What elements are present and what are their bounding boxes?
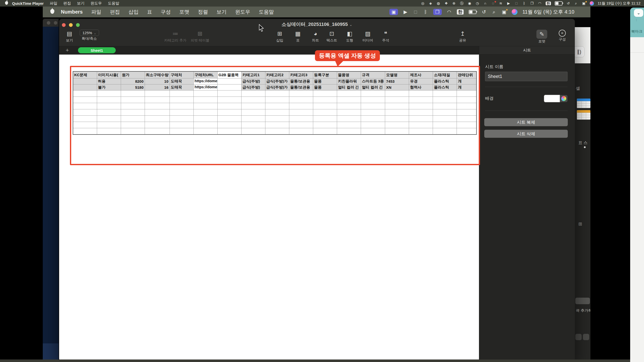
cell[interactable] [457, 122, 476, 128]
siri-icon[interactable] [590, 1, 594, 6]
bluetooth-icon[interactable]: ᛒ [423, 10, 428, 14]
cell[interactable] [313, 128, 337, 135]
cell[interactable] [97, 116, 121, 122]
cell[interactable]: 급식(주방)가 [265, 84, 289, 90]
outer-app-menu[interactable]: QuickTime Player [12, 1, 44, 6]
cell[interactable] [241, 128, 265, 135]
cell[interactable] [409, 122, 433, 128]
cell[interactable] [361, 109, 385, 116]
cell[interactable]: 급식(주방) [241, 78, 265, 84]
camera-sync-icon[interactable]: ⊛ [452, 2, 456, 5]
outer-menubar-clock[interactable]: 11월 19일 (수) 오후 11:12 [598, 1, 640, 6]
cell[interactable] [121, 109, 145, 116]
spotlight-icon[interactable]: ⌕ [574, 2, 578, 5]
cell[interactable]: 도매꾹 [170, 84, 193, 90]
cell[interactable] [313, 116, 337, 122]
dashed-frame-icon[interactable]: □ [514, 2, 518, 5]
clock-app-icon[interactable]: ◷ [475, 2, 479, 5]
header-cell[interactable]: 구매처URL [193, 71, 217, 78]
control-center-icon[interactable]: ▣ [582, 2, 586, 5]
cell[interactable] [265, 103, 289, 109]
menu-item-5[interactable]: 포맷 [179, 9, 189, 15]
bookmark-label[interactable]: 북마크 [631, 29, 642, 34]
cell[interactable] [217, 109, 241, 116]
cell[interactable]: 5180 [121, 84, 145, 90]
diamonds-icon[interactable]: ❖ [444, 2, 448, 5]
cell[interactable] [193, 103, 217, 109]
header-cell[interactable]: 물품명 [337, 71, 361, 78]
header-cell[interactable]: 카테고리3 [289, 71, 313, 78]
cell[interactable] [193, 128, 217, 135]
siri-icon[interactable] [512, 9, 517, 15]
tile-fragment[interactable] [575, 334, 582, 340]
cell[interactable] [337, 97, 361, 103]
menu-item-6[interactable]: 정렬 [198, 9, 208, 15]
cell[interactable] [73, 84, 97, 90]
cell[interactable] [73, 128, 97, 135]
cell[interactable] [97, 97, 121, 103]
cell[interactable] [385, 122, 409, 128]
cell[interactable] [409, 116, 433, 122]
cell[interactable] [265, 109, 289, 116]
cell[interactable] [289, 128, 313, 135]
airplay-icon[interactable]: ≋ [499, 2, 503, 5]
menu-item-0[interactable]: 파일 [91, 9, 101, 15]
cell[interactable] [457, 103, 476, 109]
cell[interactable] [409, 97, 433, 103]
menu-item-1[interactable]: 편집 [110, 9, 120, 15]
cell[interactable] [73, 103, 97, 109]
view-button[interactable]: ▤ 보기 [66, 30, 73, 43]
cell[interactable] [73, 116, 97, 122]
cell[interactable] [361, 122, 385, 128]
delete-sheet-button[interactable]: 시트 삭제 [484, 130, 568, 138]
cell[interactable] [433, 103, 457, 109]
cell[interactable] [145, 90, 170, 97]
cell[interactable] [337, 103, 361, 109]
cell[interactable] [409, 109, 433, 116]
header-cell[interactable]: 등록구분 [313, 71, 337, 78]
record-indicator-icon[interactable]: ◎ [421, 2, 425, 5]
cell[interactable]: 16 [145, 84, 170, 90]
menu-item-2[interactable]: 보기 [77, 1, 85, 6]
cell[interactable]: 불가 [97, 84, 121, 90]
add-sheet-button[interactable]: + [66, 48, 69, 53]
cell[interactable] [121, 128, 145, 135]
cell[interactable] [337, 90, 361, 97]
cell[interactable] [170, 116, 193, 122]
cell[interactable]: 급식(주방) [241, 84, 265, 90]
cell[interactable] [170, 97, 193, 103]
cell[interactable] [241, 90, 265, 97]
time-machine-icon[interactable]: ↺ [481, 10, 487, 14]
bluetooth-icon[interactable]: ᛒ [522, 2, 526, 5]
cell[interactable]: 7453 [385, 78, 409, 84]
grid-icon[interactable]: ⊞ [578, 221, 582, 227]
menu-item-8[interactable]: 윈도우 [235, 9, 250, 15]
cell[interactable]: 플라스틱 [433, 78, 457, 84]
play-circle-icon[interactable]: ▶ [507, 2, 511, 5]
cell[interactable] [97, 122, 121, 128]
header-cell[interactable]: 소재/재질 [433, 71, 457, 78]
cell[interactable] [170, 103, 193, 109]
cell[interactable]: 허용 [97, 78, 121, 84]
cell[interactable] [217, 90, 241, 97]
cell[interactable]: https://domeggook.cor [193, 78, 217, 84]
cell[interactable] [433, 122, 457, 128]
cell[interactable] [313, 97, 337, 103]
cell[interactable] [97, 128, 121, 135]
cell[interactable] [361, 128, 385, 135]
wifi-icon[interactable]: ◠ [538, 2, 542, 5]
cell[interactable] [145, 109, 170, 116]
cell[interactable] [121, 103, 145, 109]
cell[interactable] [217, 116, 241, 122]
pager-dot[interactable] [584, 146, 586, 148]
cell[interactable] [145, 97, 170, 103]
insert-button[interactable]: ⊞ 삽입 [276, 30, 283, 43]
cell[interactable] [433, 128, 457, 135]
cell[interactable] [265, 128, 289, 135]
menu-item-2[interactable]: 삽입 [129, 9, 139, 15]
cell[interactable]: 물통/보관용 [289, 84, 313, 90]
duplicate-sheet-button[interactable]: 시트 복제 [484, 118, 568, 126]
inner-app-menu[interactable]: Numbers [61, 9, 83, 15]
cell[interactable] [145, 116, 170, 122]
cell[interactable] [385, 97, 409, 103]
